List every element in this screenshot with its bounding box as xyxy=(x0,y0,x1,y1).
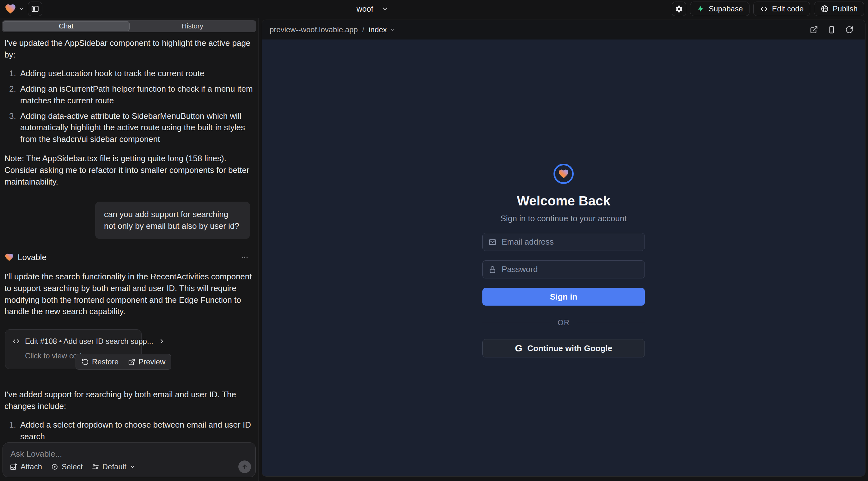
preview-label: Preview xyxy=(138,357,165,366)
attach-label: Attach xyxy=(21,462,42,471)
google-sign-in-button[interactable]: G Continue with Google xyxy=(483,339,645,357)
edit-card-title: Edit #108 • Add user ID search supp... xyxy=(25,336,153,347)
assistant-numbered-list: Adding useLocation hook to track the cur… xyxy=(4,68,253,145)
password-placeholder: Password xyxy=(502,264,538,274)
lovable-logo[interactable] xyxy=(4,3,25,15)
project-name-button[interactable]: woof xyxy=(356,4,389,13)
open-in-new-tab-button[interactable] xyxy=(808,23,820,36)
send-button[interactable] xyxy=(238,460,251,473)
sliders-icon xyxy=(92,463,99,471)
list-item: Adding data-active attribute to SidebarM… xyxy=(18,110,253,146)
user-message: can you add support for searching not on… xyxy=(95,202,250,239)
assistant-paragraph: I've updated the AppSidebar component to… xyxy=(4,37,253,61)
lovable-heart-icon xyxy=(4,3,17,15)
list-item: Adding useLocation hook to track the cur… xyxy=(18,68,253,79)
supabase-button[interactable]: Supabase xyxy=(690,2,749,16)
target-icon xyxy=(51,463,59,471)
ellipsis-icon xyxy=(241,253,249,261)
panel-left-icon xyxy=(31,5,39,13)
external-link-icon xyxy=(128,358,135,366)
preview-host: preview--woof.lovable.app xyxy=(270,25,358,34)
user-message-text: can you add support for searching not on… xyxy=(104,210,239,231)
chevron-down-icon xyxy=(390,27,396,33)
attach-button[interactable]: Attach xyxy=(10,462,42,471)
settings-button[interactable] xyxy=(672,2,686,16)
restore-icon xyxy=(82,358,89,366)
tab-chat[interactable]: Chat xyxy=(3,21,130,31)
code-icon xyxy=(760,5,768,13)
email-field[interactable]: Email address xyxy=(483,233,645,251)
topbar: woof Supabase Edit code xyxy=(0,0,868,18)
sign-in-button[interactable]: Sign in xyxy=(483,288,645,306)
heart-icon xyxy=(558,168,569,180)
email-placeholder: Email address xyxy=(502,237,554,247)
chevron-down-icon xyxy=(18,6,25,12)
tab-history[interactable]: History xyxy=(130,21,256,31)
refresh-preview-button[interactable] xyxy=(843,23,856,36)
mode-selector-button[interactable]: Default xyxy=(92,462,135,471)
list-item: Adding an isCurrentPath helper function … xyxy=(18,83,253,106)
gear-icon xyxy=(675,5,683,13)
chevron-right-icon xyxy=(158,338,165,345)
preview-header: preview--woof.lovable.app / index xyxy=(262,20,865,39)
supabase-icon xyxy=(697,5,705,13)
mobile-view-button[interactable] xyxy=(825,23,838,36)
globe-icon xyxy=(820,5,829,13)
or-divider: OR xyxy=(483,318,645,327)
code-icon xyxy=(12,338,20,345)
sign-in-label: Sign in xyxy=(550,292,578,301)
app-logo xyxy=(554,164,574,184)
preview-page: index xyxy=(369,25,386,34)
project-name: woof xyxy=(356,4,373,13)
welcome-subtitle: Sign in to continue to your account xyxy=(501,214,627,223)
image-plus-icon xyxy=(10,463,18,471)
assistant-message-header: Lovable xyxy=(4,252,253,263)
edit-card-wrap: Edit #108 • Add user ID search supp... C… xyxy=(5,329,146,369)
edit-code-button[interactable]: Edit code xyxy=(753,2,810,16)
preview-button[interactable]: Preview xyxy=(128,357,165,366)
assistant-name: Lovable xyxy=(18,252,241,263)
sign-in-card: Welcome Back Sign in to continue to your… xyxy=(483,164,645,357)
assistant-numbered-list: Added a select dropdown to choose betwee… xyxy=(4,419,253,440)
select-label: Select xyxy=(62,462,83,471)
google-g-icon: G xyxy=(515,343,522,354)
restore-button[interactable]: Restore xyxy=(82,357,119,366)
mail-icon xyxy=(488,238,497,246)
sidebar-toggle-button[interactable] xyxy=(28,2,42,16)
assistant-paragraph: I'll update the search functionality in … xyxy=(4,271,253,318)
tab-chat-label: Chat xyxy=(59,22,73,30)
path-separator: / xyxy=(361,25,366,34)
composer: Ask Lovable... Attach Select Default xyxy=(3,443,256,477)
preview-iframe: Welcome Back Sign in to continue to your… xyxy=(262,39,865,476)
edit-toolbar: Restore Preview xyxy=(75,354,171,370)
chat-panel: Chat History I've updated the AppSidebar… xyxy=(0,18,258,481)
edit-code-label: Edit code xyxy=(772,4,804,13)
smartphone-icon xyxy=(828,26,836,34)
assistant-paragraph: I've added support for searching by both… xyxy=(4,389,253,412)
or-label: OR xyxy=(558,318,569,327)
chat-history-tabs: Chat History xyxy=(2,20,256,32)
mode-label: Default xyxy=(102,462,126,471)
password-field[interactable]: Password xyxy=(483,260,645,279)
chevron-down-icon xyxy=(381,5,389,12)
external-link-icon xyxy=(810,26,818,34)
assistant-note: Note: The AppSidebar.tsx file is getting… xyxy=(4,153,253,188)
lock-icon xyxy=(488,265,497,274)
supabase-label: Supabase xyxy=(709,4,743,13)
preview-panel: preview--woof.lovable.app / index xyxy=(262,20,865,477)
lovable-avatar-icon xyxy=(4,253,14,262)
arrow-up-icon xyxy=(241,463,248,470)
list-item: Added a select dropdown to choose betwee… xyxy=(18,419,253,440)
message-options-button[interactable] xyxy=(241,253,249,261)
refresh-icon xyxy=(845,26,854,34)
chat-messages[interactable]: I've updated the AppSidebar component to… xyxy=(0,37,258,440)
publish-button[interactable]: Publish xyxy=(814,2,864,16)
google-label: Continue with Google xyxy=(527,344,612,353)
publish-label: Publish xyxy=(833,4,858,13)
chat-input[interactable]: Ask Lovable... xyxy=(10,449,62,459)
select-element-button[interactable]: Select xyxy=(51,462,83,471)
welcome-heading: Welcome Back xyxy=(517,193,610,209)
preview-url[interactable]: preview--woof.lovable.app / index xyxy=(270,25,396,34)
restore-label: Restore xyxy=(92,357,119,366)
chevron-down-icon xyxy=(130,464,135,470)
